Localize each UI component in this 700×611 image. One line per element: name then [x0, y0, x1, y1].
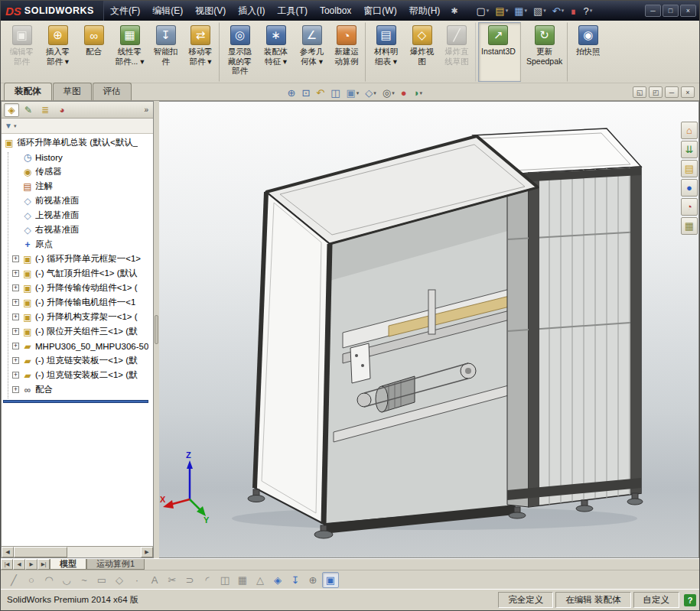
tree-item[interactable]: + ▣ (-) 气缸顶升组件<1> (默认	[2, 266, 153, 281]
ribbon-button[interactable]: ◎ 显示隐 藏的零 部件	[222, 22, 258, 82]
options-gear-icon[interactable]: ✱	[446, 6, 462, 16]
quick-access-button[interactable]: ? ▾	[580, 1, 595, 21]
command-tab[interactable]: 评估	[93, 83, 132, 100]
sketch-tool-button[interactable]: ◇	[111, 572, 128, 588]
view-tool-button[interactable]: ◎ ▾	[380, 87, 397, 99]
quick-access-button[interactable]: ▦ ▾	[511, 1, 530, 21]
viewport-3d-model[interactable]: Z X Y	[159, 102, 699, 539]
scrollbar-thumb[interactable]	[14, 547, 67, 557]
ribbon-button[interactable]: ↗ Instant3D	[478, 22, 521, 82]
ribbon-button[interactable]: ▣ 编辑零 部件	[4, 22, 40, 82]
panel-flyout-chevron[interactable]: »	[142, 106, 151, 114]
tree-item[interactable]: ◇ 右视基准面	[2, 223, 153, 237]
tree-item[interactable]: + ▰ MHPU306_50_MHPU306-50	[2, 339, 153, 353]
window-control-button[interactable]: ×	[680, 5, 696, 17]
sketch-tool-button[interactable]: ·	[129, 572, 145, 588]
expander-icon[interactable]: +	[12, 314, 19, 320]
panel-tab[interactable]: ≣	[37, 103, 53, 117]
sketch-tool-button[interactable]: ◫	[217, 572, 233, 588]
ribbon-button[interactable]: ⇄ 移动零 部件 ▾	[184, 22, 220, 82]
ribbon-button[interactable]: ▤ 材料明 细表 ▾	[368, 22, 404, 82]
tree-horizontal-scrollbar[interactable]: ◀ ▶	[2, 546, 153, 557]
quick-access-button[interactable]: ∎	[567, 1, 580, 21]
sketch-tool-button[interactable]: ▭	[93, 572, 110, 588]
menu-item[interactable]: 插入(I)	[232, 1, 271, 21]
expander-icon[interactable]: +	[12, 343, 19, 349]
view-tool-button[interactable]: ⊡	[299, 87, 312, 99]
sketch-tool-button[interactable]: ◈	[269, 572, 286, 588]
sketch-tool-button[interactable]: A	[146, 572, 163, 588]
view-tool-button[interactable]: ▣ ▾	[344, 87, 362, 99]
splitter-handle[interactable]	[155, 315, 158, 344]
tree-item[interactable]: + ▣ (-) 循环升降单元框架一<1>	[2, 252, 153, 266]
sketch-tool-button[interactable]: ✂	[164, 572, 181, 588]
ribbon-button[interactable]: ∗ 装配体 特征 ▾	[258, 22, 294, 82]
expander-icon[interactable]: +	[12, 328, 19, 335]
scrollbar-track[interactable]	[14, 547, 141, 557]
task-pane-button[interactable]: ⇊	[681, 141, 698, 158]
ribbon-button[interactable]: ◇ 爆炸视 图	[404, 22, 440, 82]
command-tab[interactable]: 草图	[53, 83, 92, 100]
panel-splitter[interactable]	[154, 101, 159, 558]
ribbon-button[interactable]: ∠ 参考几 何体 ▾	[294, 22, 330, 82]
view-tool-button[interactable]: ◇ ▾	[363, 87, 379, 99]
task-pane-button[interactable]: ▦	[681, 217, 698, 235]
ribbon-button[interactable]: ╱ 爆炸直 线草图	[440, 22, 476, 82]
sketch-tool-button[interactable]: ◡	[58, 572, 75, 588]
orientation-triad[interactable]: Z X Y	[160, 450, 210, 525]
expander-icon[interactable]: +	[12, 255, 19, 262]
sketch-tool-button[interactable]: ◠	[41, 572, 57, 588]
quick-access-button[interactable]: ↶ ▾	[549, 1, 567, 21]
tree-item[interactable]: ◉ 传感器	[2, 164, 153, 179]
expander-icon[interactable]: +	[12, 386, 19, 393]
ribbon-button[interactable]: ◉ 拍快照	[570, 22, 606, 82]
document-window-button[interactable]: ×	[681, 86, 695, 98]
tree-item[interactable]: + ▰ (-) 坦克链安装板一<1> (默	[2, 353, 153, 368]
sketch-tool-button[interactable]: ╱	[5, 572, 22, 588]
expander-icon[interactable]: +	[12, 357, 19, 364]
tab-scroll-button[interactable]: ▶|	[37, 559, 50, 570]
panel-tab[interactable]: ◈	[4, 103, 19, 117]
tree-item[interactable]: + ▣ (-) 升降传输电机组件一<1	[2, 295, 153, 310]
sketch-tool-button[interactable]: △	[252, 572, 269, 588]
tree-item[interactable]: + ▣ (-) 升降传输传动组件<1> (	[2, 281, 153, 295]
expander-icon[interactable]: +	[12, 372, 19, 379]
document-window-button[interactable]: ◰	[649, 86, 663, 98]
view-tool-button[interactable]: ●	[399, 87, 409, 99]
command-tab[interactable]: 装配体	[4, 83, 52, 100]
quick-access-button[interactable]: ▢ ▾	[474, 1, 493, 21]
document-window-button[interactable]: ◱	[633, 86, 646, 98]
sketch-tool-button[interactable]: ▦	[234, 572, 251, 588]
sketch-tool-button[interactable]: ▣	[322, 572, 339, 588]
tree-item[interactable]: + ▰ (-) 坦克链安装板二<1> (默	[2, 368, 153, 382]
graphics-viewport[interactable]: Z X Y ⌂⇊▤●◔▦	[159, 101, 699, 558]
panel-tab[interactable]: ✎	[21, 103, 36, 117]
sketch-tool-button[interactable]: ↧	[287, 572, 304, 588]
panel-tab[interactable]: ◕	[54, 103, 70, 117]
window-control-button[interactable]: ─	[645, 5, 661, 17]
tree-item[interactable]: + ▣ (-) 升降机构支撑架一<1> (	[2, 310, 153, 324]
study-tab[interactable]: 运动算例1	[86, 559, 145, 570]
scroll-left-arrow[interactable]: ◀	[2, 547, 14, 557]
expander-icon[interactable]: +	[12, 299, 19, 306]
tree-item[interactable]: + 原点	[2, 237, 153, 252]
rollback-bar[interactable]	[3, 400, 148, 403]
menu-item[interactable]: Toolbox	[314, 1, 357, 21]
view-tool-button[interactable]: ↶	[314, 87, 327, 99]
document-window-button[interactable]: ─	[665, 86, 679, 98]
ribbon-button[interactable]: ▦ 线性零 部件... ▾	[112, 22, 148, 82]
tree-item[interactable]: ◷ History	[2, 150, 153, 164]
sketch-tool-button[interactable]: ⊕	[304, 572, 321, 588]
menu-item[interactable]: 文件(F)	[104, 1, 146, 21]
ribbon-button[interactable]: ↻ 更新 Speedpak	[523, 22, 568, 82]
tree-item[interactable]: + ▣ (-) 限位开关组件三<1> (默	[2, 324, 153, 339]
tree-item[interactable]: ◇ 前视基准面	[2, 193, 153, 208]
study-tab[interactable]: 模型	[50, 559, 86, 570]
expander-icon[interactable]: +	[12, 270, 19, 277]
tree-item[interactable]: + ∞ 配合	[2, 382, 153, 397]
view-tool-button[interactable]: ◫	[328, 87, 342, 99]
quick-access-button[interactable]: ▧ ▾	[530, 1, 549, 21]
scroll-right-arrow[interactable]: ▶	[141, 547, 153, 557]
menu-item[interactable]: 工具(T)	[272, 1, 314, 21]
sketch-tool-button[interactable]: ~	[76, 572, 93, 588]
